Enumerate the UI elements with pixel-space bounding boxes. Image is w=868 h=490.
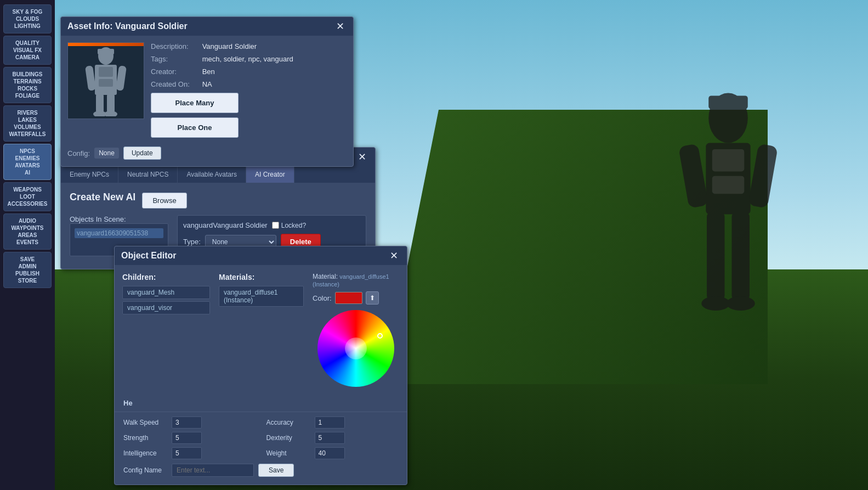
tab-neutral-npcs[interactable]: Neutral NPCS bbox=[118, 166, 178, 183]
accuracy-input[interactable] bbox=[315, 416, 345, 429]
sidebar-item-weapons[interactable]: WEAPONS LOOT ACCESSORIES bbox=[3, 182, 52, 211]
svg-rect-15 bbox=[116, 65, 127, 91]
sidebar-item-quality-vfx[interactable]: QUALITY VISUAL FX CAMERA bbox=[3, 36, 52, 65]
svg-rect-16 bbox=[96, 94, 104, 113]
weight-input[interactable] bbox=[315, 447, 345, 459]
intelligence-input[interactable] bbox=[172, 447, 202, 459]
svg-rect-9 bbox=[712, 149, 745, 172]
weight-label: Weight bbox=[266, 449, 310, 457]
locked-checkbox-row: Locked? bbox=[272, 222, 306, 229]
editor-title: Object Editor bbox=[121, 251, 176, 261]
walk-speed-row: Walk Speed bbox=[123, 416, 256, 429]
svg-rect-14 bbox=[85, 65, 96, 91]
color-label: Color: bbox=[313, 294, 332, 302]
update-button[interactable]: Update bbox=[123, 147, 161, 160]
sidebar: SKY & FOG CLOUDS LIGHTING QUALITY VISUAL… bbox=[0, 0, 55, 490]
object-item-vanguard[interactable]: vanguard166309051538 bbox=[75, 228, 163, 238]
partial-heading: He bbox=[115, 395, 407, 412]
place-one-button[interactable]: Place One bbox=[151, 117, 239, 138]
strength-label: Strength bbox=[123, 434, 167, 442]
stats-area: Walk Speed Accuracy Strength Dexterity I… bbox=[115, 412, 407, 485]
tab-enemy-npcs[interactable]: Enemy NPCs bbox=[61, 166, 118, 183]
created-on-label: Created On: bbox=[151, 80, 200, 88]
walk-speed-input[interactable] bbox=[172, 416, 202, 429]
sidebar-item-npcs[interactable]: NPCS ENEMIES AVATARS AI bbox=[3, 144, 52, 180]
child-item-mesh[interactable]: vanguard_Mesh bbox=[122, 286, 210, 299]
material-item[interactable]: vanguard_diffuse1 (Instance) bbox=[219, 286, 304, 307]
asset-info-title-bar: Asset Info: Vanguard Soldier ✕ bbox=[61, 17, 353, 36]
npc-tabs: Enemy NPCs Neutral NPCS Available Avatar… bbox=[61, 166, 375, 183]
sidebar-item-sky-fog[interactable]: SKY & FOG CLOUDS LIGHTING bbox=[3, 4, 52, 33]
config-name-label: Config Name bbox=[123, 466, 167, 474]
child-item-visor[interactable]: vanguard_visor bbox=[122, 301, 210, 314]
sidebar-item-buildings[interactable]: BUILDINGS TERRAINS ROCKS FOLIAGE bbox=[3, 67, 52, 103]
svg-rect-3 bbox=[678, 144, 708, 209]
strength-input[interactable] bbox=[172, 432, 202, 444]
material-detail-column: Material: vanguard_diffuse1 (Instance) C… bbox=[313, 273, 399, 387]
dexterity-row: Dexterity bbox=[266, 432, 399, 444]
svg-rect-6 bbox=[732, 212, 750, 301]
materials-column: Materials: vanguard_diffuse1 (Instance) bbox=[219, 273, 304, 387]
save-button[interactable]: Save bbox=[258, 464, 294, 477]
dexterity-label: Dexterity bbox=[266, 434, 310, 442]
creator-value: Ben bbox=[202, 67, 215, 76]
weight-row: Weight bbox=[266, 447, 399, 459]
asset-info-content: Description: Vanguard Soldier Tags: mech… bbox=[61, 36, 353, 144]
children-column: Children: vanguard_Mesh vanguard_visor bbox=[122, 273, 210, 387]
config-name-input[interactable] bbox=[172, 464, 254, 477]
children-label: Children: bbox=[122, 273, 210, 281]
sidebar-item-save-admin[interactable]: SAVE ADMIN PUBLISH STORE bbox=[3, 252, 52, 288]
editor-content: Children: vanguard_Mesh vanguard_visor M… bbox=[115, 265, 407, 395]
editor-close-button[interactable]: ✕ bbox=[388, 251, 400, 261]
browse-button[interactable]: Browse bbox=[142, 193, 186, 209]
svg-rect-4 bbox=[748, 144, 778, 209]
objects-label: Objects In Scene: bbox=[70, 215, 135, 223]
svg-point-8 bbox=[727, 296, 755, 311]
asset-info-details: Description: Vanguard Soldier Tags: mech… bbox=[151, 42, 347, 138]
walk-speed-label: Walk Speed bbox=[123, 419, 167, 426]
description-label: Description: bbox=[151, 42, 200, 50]
svg-rect-21 bbox=[99, 79, 113, 87]
svg-rect-10 bbox=[712, 176, 745, 194]
place-buttons: Place Many Place One bbox=[151, 93, 347, 138]
npcs-close-button[interactable]: ✕ bbox=[356, 152, 368, 162]
config-label: Config: bbox=[67, 149, 90, 157]
accuracy-label: Accuracy bbox=[266, 419, 310, 426]
preview-soldier-svg bbox=[76, 45, 136, 116]
tab-ai-creator[interactable]: AI Creator bbox=[246, 166, 294, 183]
tags-row: Tags: mech, soldier, npc, vanguard bbox=[151, 55, 347, 63]
color-wheel[interactable] bbox=[317, 310, 394, 387]
editor-title-bar: Object Editor ✕ bbox=[115, 246, 407, 265]
locked-label: Locked? bbox=[281, 222, 306, 229]
type-label: Type: bbox=[183, 238, 201, 246]
material-name-row: Material: vanguard_diffuse1 (Instance) bbox=[313, 273, 399, 288]
config-name-section: Config Name Save bbox=[123, 464, 398, 477]
material-label-text: Material: bbox=[313, 273, 338, 280]
place-many-button[interactable]: Place Many bbox=[151, 93, 239, 113]
eyedropper-button[interactable]: ⬆ bbox=[366, 291, 379, 305]
tab-available-avatars[interactable]: Available Avatars bbox=[178, 166, 246, 183]
accuracy-row: Accuracy bbox=[266, 416, 399, 429]
svg-rect-1 bbox=[708, 95, 748, 109]
sidebar-item-rivers[interactable]: RIVERS LAKES VOLUMES WATERFALLS bbox=[3, 105, 52, 142]
created-on-row: Created On: NA bbox=[151, 80, 347, 88]
color-wheel-container[interactable] bbox=[317, 310, 394, 387]
asset-preview-image bbox=[67, 42, 144, 119]
description-row: Description: Vanguard Soldier bbox=[151, 42, 347, 50]
tags-label: Tags: bbox=[151, 55, 200, 63]
materials-label: Materials: bbox=[219, 273, 304, 281]
config-value: None bbox=[94, 148, 119, 159]
asset-info-window: Asset Info: Vanguard Soldier ✕ bbox=[60, 16, 354, 167]
wheel-cursor bbox=[377, 333, 383, 339]
object-editor-window: Object Editor ✕ Children: vanguard_Mesh … bbox=[114, 246, 407, 485]
color-swatch[interactable] bbox=[335, 292, 362, 304]
svg-point-19 bbox=[104, 111, 117, 116]
locked-checkbox[interactable] bbox=[272, 222, 279, 229]
dexterity-input[interactable] bbox=[315, 432, 345, 444]
stats-grid: Walk Speed Accuracy Strength Dexterity I… bbox=[123, 416, 398, 459]
color-row: Color: ⬆ bbox=[313, 291, 399, 305]
sidebar-item-audio[interactable]: AUDIO WAYPOINTS AREAS EVENTS bbox=[3, 213, 52, 250]
asset-info-close-button[interactable]: ✕ bbox=[334, 21, 347, 31]
description-value: Vanguard Soldier bbox=[202, 42, 257, 50]
intelligence-row: Intelligence bbox=[123, 447, 256, 459]
